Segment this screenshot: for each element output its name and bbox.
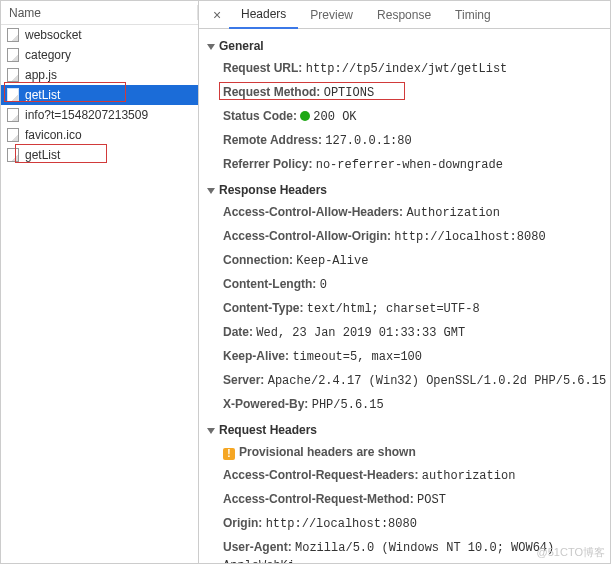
kv-request-header: Access-Control-Request-Headers: authoriz… xyxy=(203,464,610,488)
request-row-label: favicon.ico xyxy=(25,128,82,142)
request-row-label: websocket xyxy=(25,28,82,42)
kv-response-header: Access-Control-Allow-Origin: http://loca… xyxy=(203,225,610,249)
disclosure-triangle-icon xyxy=(207,44,215,50)
section-title-text: Response Headers xyxy=(219,183,327,197)
kv-referrer-policy: Referrer Policy: no-referrer-when-downgr… xyxy=(203,153,610,177)
request-row-label: category xyxy=(25,48,71,62)
kv-remote-address: Remote Address: 127.0.0.1:80 xyxy=(203,129,610,153)
request-row[interactable]: getList xyxy=(1,85,198,105)
kv-response-header: Connection: Keep-Alive xyxy=(203,249,610,273)
section-response-headers[interactable]: Response Headers xyxy=(203,177,610,201)
detail-panel: × HeadersPreviewResponseTiming General R… xyxy=(199,1,610,563)
detail-tabs: × HeadersPreviewResponseTiming xyxy=(199,1,610,29)
file-icon xyxy=(7,148,19,162)
kv-response-header: Content-Type: text/html; charset=UTF-8 xyxy=(203,297,610,321)
kv-response-header: Date: Wed, 23 Jan 2019 01:33:33 GMT xyxy=(203,321,610,345)
headers-pane[interactable]: General Request URL: http://tp5/index/jw… xyxy=(199,29,610,563)
section-request-headers[interactable]: Request Headers xyxy=(203,417,610,441)
kv-response-header: Keep-Alive: timeout=5, max=100 xyxy=(203,345,610,369)
section-title-text: General xyxy=(219,39,264,53)
request-list-panel: Name websocketcategoryapp.jsgetListinfo?… xyxy=(1,1,199,563)
kv-response-header: Access-Control-Allow-Headers: Authorizat… xyxy=(203,201,610,225)
tab-timing[interactable]: Timing xyxy=(443,1,503,29)
annotation-box xyxy=(219,82,405,100)
provisional-warning: !Provisional headers are shown xyxy=(203,441,610,464)
kv-response-header: Content-Length: 0 xyxy=(203,273,610,297)
request-row[interactable]: favicon.ico xyxy=(1,125,198,145)
kv-response-header: X-Powered-By: PHP/5.6.15 xyxy=(203,393,610,417)
kv-request-header: Origin: http://localhost:8080 xyxy=(203,512,610,536)
file-icon xyxy=(7,128,19,142)
file-icon xyxy=(7,108,19,122)
kv-response-header: Server: Apache/2.4.17 (Win32) OpenSSL/1.… xyxy=(203,369,610,393)
request-row[interactable]: category xyxy=(1,45,198,65)
warning-icon: ! xyxy=(223,448,235,460)
request-row[interactable]: app.js xyxy=(1,65,198,85)
column-header-name[interactable]: Name xyxy=(1,1,198,25)
section-general[interactable]: General xyxy=(203,33,610,57)
disclosure-triangle-icon xyxy=(207,428,215,434)
request-list: websocketcategoryapp.jsgetListinfo?t=154… xyxy=(1,25,198,563)
file-icon xyxy=(7,88,19,102)
kv-request-url: Request URL: http://tp5/index/jwt/getLis… xyxy=(203,57,610,81)
tab-headers[interactable]: Headers xyxy=(229,1,298,29)
close-icon[interactable]: × xyxy=(205,7,229,23)
section-title-text: Request Headers xyxy=(219,423,317,437)
request-row-label: getList xyxy=(25,88,60,102)
disclosure-triangle-icon xyxy=(207,188,215,194)
request-row[interactable]: getList xyxy=(1,145,198,165)
request-row-label: info?t=1548207213509 xyxy=(25,108,148,122)
request-row-label: getList xyxy=(25,148,60,162)
tab-preview[interactable]: Preview xyxy=(298,1,365,29)
watermark: @51CTO博客 xyxy=(537,545,605,560)
kv-request-method: Request Method: OPTIONS xyxy=(203,81,610,105)
devtools-window: Name websocketcategoryapp.jsgetListinfo?… xyxy=(0,0,611,564)
request-row-label: app.js xyxy=(25,68,57,82)
request-row[interactable]: websocket xyxy=(1,25,198,45)
file-icon xyxy=(7,28,19,42)
kv-request-header: Access-Control-Request-Method: POST xyxy=(203,488,610,512)
tab-response[interactable]: Response xyxy=(365,1,443,29)
status-dot-icon xyxy=(300,111,310,121)
file-icon xyxy=(7,68,19,82)
file-icon xyxy=(7,48,19,62)
request-row[interactable]: info?t=1548207213509 xyxy=(1,105,198,125)
kv-status-code: Status Code: 200 OK xyxy=(203,105,610,129)
